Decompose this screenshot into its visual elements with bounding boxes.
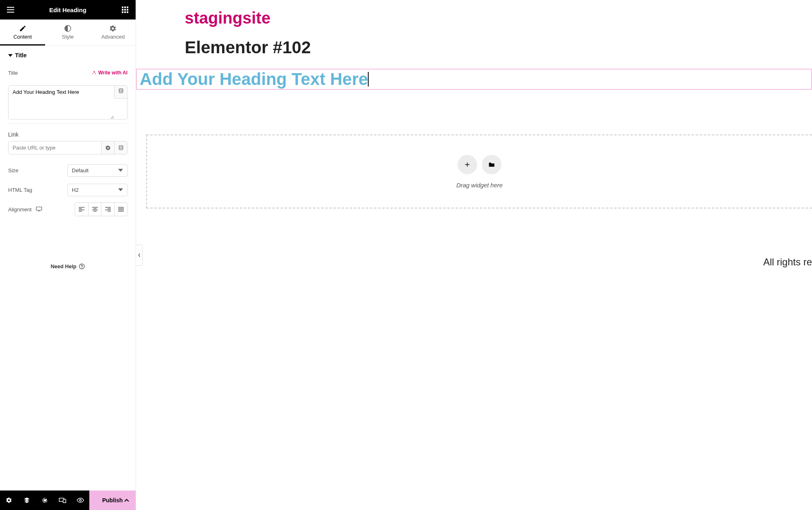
svg-rect-2 (127, 7, 128, 8)
svg-rect-15 (63, 499, 66, 503)
caret-down-icon (118, 187, 123, 192)
database-icon (118, 88, 124, 94)
gear-icon (109, 25, 117, 32)
site-title[interactable]: stagingsite (185, 9, 812, 27)
panel-title: Edit Heading (49, 7, 86, 13)
tab-label: Advanced (101, 34, 125, 40)
sidebar-footer: Publish (0, 490, 136, 510)
svg-rect-7 (124, 11, 126, 13)
database-icon (118, 145, 124, 151)
field-alignment-row: Alignment (8, 202, 127, 216)
tab-label: Content (13, 34, 32, 40)
chevron-left-icon (138, 253, 140, 257)
size-value: Default (72, 167, 89, 174)
heading-text-value: Add Your Heading Text Here (140, 69, 368, 89)
footer-preview-button[interactable] (71, 490, 89, 510)
footer-history-button[interactable] (36, 490, 54, 510)
htmltag-select[interactable]: H2 (67, 184, 127, 196)
desktop-icon (36, 206, 42, 211)
sparkle-icon (92, 70, 97, 75)
align-right-icon (105, 207, 111, 212)
sidebar-body: Title Title Write with AI Link (0, 46, 136, 490)
contrast-icon (64, 25, 71, 32)
help-circle-icon (79, 263, 85, 269)
tab-advanced[interactable]: Advanced (91, 20, 136, 45)
align-center-button[interactable] (88, 203, 101, 216)
footer-settings-button[interactable] (0, 490, 18, 510)
link-options-button[interactable] (101, 141, 114, 154)
link-input-group (8, 141, 127, 154)
alignment-group (75, 202, 127, 216)
svg-rect-12 (36, 207, 41, 210)
field-title-header: Title Write with AI (8, 66, 127, 80)
need-help-link[interactable]: Need Help (8, 258, 127, 276)
align-right-button[interactable] (101, 203, 114, 216)
field-label: Size (8, 167, 18, 174)
folder-icon (488, 162, 495, 167)
layers-icon (24, 497, 30, 503)
section-toggle-title[interactable]: Title (8, 52, 127, 59)
svg-point-16 (80, 499, 82, 501)
publish-button[interactable]: Publish (89, 490, 136, 510)
ai-link-label: Write with AI (98, 70, 127, 76)
heading-widget-text[interactable]: Add Your Heading Text Here (138, 69, 368, 89)
footer-navigator-button[interactable] (18, 490, 36, 510)
preview-canvas[interactable]: stagingsite Elementor #102 Add Your Head… (136, 0, 812, 510)
link-input[interactable] (9, 141, 101, 154)
responsive-device-button[interactable] (36, 206, 42, 213)
tab-label: Style (62, 34, 74, 40)
page-footer-text: All rights re (185, 256, 812, 268)
heading-widget[interactable]: Add Your Heading Text Here (136, 69, 812, 90)
caret-down-icon (8, 53, 13, 58)
size-select[interactable]: Default (67, 164, 127, 177)
hamburger-menu-button[interactable] (5, 4, 16, 15)
title-textarea-wrap (8, 85, 127, 119)
align-justify-icon (118, 207, 124, 212)
svg-rect-3 (122, 9, 123, 11)
htmltag-value: H2 (72, 187, 79, 193)
title-textarea[interactable] (9, 86, 114, 119)
svg-rect-4 (124, 9, 126, 11)
align-justify-button[interactable] (114, 203, 127, 216)
field-link-label-row: Link (8, 131, 127, 138)
dynamic-tags-button[interactable] (114, 86, 127, 99)
widget-panel-button[interactable] (119, 4, 131, 15)
field-label: Alignment (8, 206, 32, 213)
svg-rect-5 (127, 9, 128, 11)
link-dynamic-button[interactable] (114, 141, 127, 154)
svg-rect-1 (124, 7, 126, 8)
caret-down-icon (118, 168, 123, 173)
section-title-label: Title (15, 52, 27, 59)
dropzone-label: Drag widget here (456, 182, 503, 189)
svg-point-10 (119, 89, 123, 90)
align-center-icon (92, 207, 98, 212)
publish-options-button[interactable] (122, 495, 132, 505)
svg-rect-8 (127, 11, 128, 13)
add-section-button[interactable] (458, 155, 477, 174)
align-left-icon (79, 207, 84, 212)
write-with-ai-link[interactable]: Write with AI (92, 70, 127, 76)
footer-responsive-button[interactable] (54, 490, 71, 510)
publish-label: Publish (102, 497, 123, 503)
plus-icon (464, 161, 471, 168)
add-template-button[interactable] (482, 155, 501, 174)
align-left-button[interactable] (75, 203, 88, 216)
field-label: HTML Tag (8, 187, 32, 193)
text-caret (368, 72, 369, 87)
panel-collapse-handle[interactable] (136, 245, 143, 266)
devices-icon (59, 497, 66, 503)
field-label: Title (8, 70, 18, 76)
field-size-row: Size Default (8, 163, 127, 177)
sidebar-header: Edit Heading (0, 0, 136, 20)
page-heading: Elementor #102 (185, 38, 812, 57)
svg-rect-6 (122, 11, 123, 13)
field-htmltag-row: HTML Tag H2 (8, 183, 127, 197)
hamburger-icon (7, 7, 14, 13)
gear-icon (6, 497, 12, 503)
empty-section-dropzone[interactable]: Drag widget here (146, 135, 812, 208)
divider (8, 124, 127, 124)
help-label: Need Help (51, 263, 77, 269)
tab-style[interactable]: Style (45, 20, 90, 45)
tab-content[interactable]: Content (0, 20, 45, 45)
chevron-up-icon (124, 499, 129, 502)
